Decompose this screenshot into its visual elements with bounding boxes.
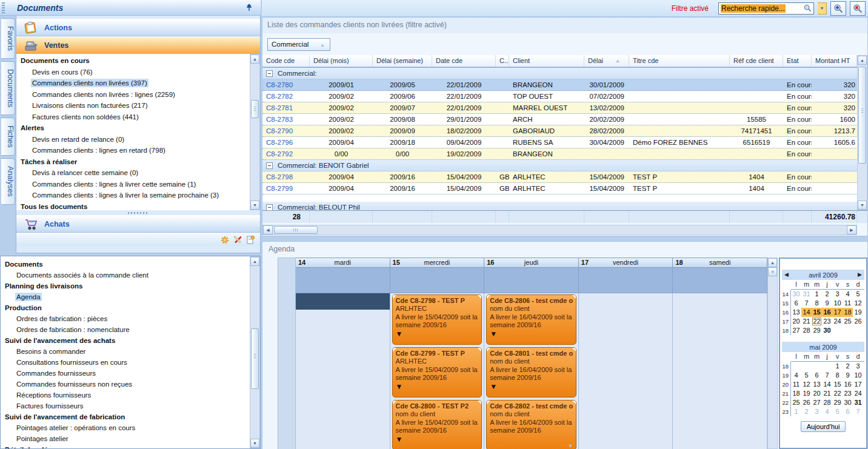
column-header[interactable]: Code cde [262, 55, 310, 67]
calendar-day[interactable]: 20 [791, 317, 801, 326]
calendar-day[interactable]: 11 [791, 380, 801, 389]
calendar-day[interactable]: 11 [843, 299, 853, 308]
calendar-day[interactable]: 22 [812, 317, 822, 326]
scroll-up-arrow[interactable]: ▲ [768, 258, 777, 267]
column-header[interactable]: Titre cde [629, 55, 730, 67]
calendar-day[interactable]: 27 [791, 326, 801, 335]
calendar-day[interactable] [801, 362, 812, 371]
day-header[interactable]: 14 mardi [296, 258, 390, 268]
day-header[interactable]: 17 vendredi [579, 258, 673, 268]
calendar-day[interactable]: 6 [791, 299, 801, 308]
collapse-group-icon[interactable] [266, 162, 273, 169]
agenda-event-card[interactable]: Cde C8-2798 - TEST P ARLHTEC A livrer le… [392, 294, 482, 345]
tree-item[interactable]: Détail des dépenses [1, 444, 260, 449]
calendar-day[interactable]: 18 [843, 308, 853, 317]
calendar-day[interactable]: 22 [832, 389, 843, 398]
calendar-day[interactable]: 1 [832, 362, 843, 371]
clear-search-button[interactable] [850, 1, 866, 16]
calendar-day[interactable]: 17 [853, 380, 863, 389]
calendar-day[interactable]: 4 [843, 290, 853, 299]
calendar-day[interactable]: 4 [791, 371, 801, 380]
calendar-day[interactable]: 14 [801, 308, 812, 317]
table-row[interactable]: C8-2798 2009/04 2009/16 15/04/2009 GB AR… [262, 171, 867, 183]
day-column-mercredi[interactable]: Cde C8-2798 - TEST P ARLHTEC A livrer le… [390, 293, 485, 449]
calendar-day[interactable]: 26 [853, 317, 863, 326]
settings-gear-icon[interactable] [220, 235, 230, 245]
tree-item[interactable]: Tâches à réaliser [16, 156, 260, 168]
calendar-day[interactable]: 25 [843, 317, 853, 326]
expand-view-button[interactable]: ≡ [768, 267, 777, 276]
table-row[interactable]: C8-2792 0/00 0/00 19/02/2009 BRANGEON En… [262, 148, 867, 160]
tree-item[interactable]: Production [1, 302, 260, 313]
group-ventes[interactable]: Ventes [16, 36, 260, 54]
calendar-day[interactable] [812, 362, 822, 371]
allday-cell[interactable] [484, 268, 579, 293]
calendar-day[interactable]: 9 [822, 299, 832, 308]
tree-item[interactable]: Documents [1, 259, 260, 270]
calendar-day[interactable]: 24 [853, 389, 863, 398]
calendar-day[interactable]: 23 [843, 389, 853, 398]
tree-item[interactable]: Commandes clients : lignes à livrer la s… [16, 190, 260, 201]
tree-item[interactable]: Ordres de fabrication : pièces [1, 313, 260, 324]
tab-documents[interactable]: Documents [1, 61, 15, 115]
day-column-vendredi[interactable] [579, 293, 673, 449]
column-header[interactable]: Délai (mois) [310, 55, 373, 67]
calendar-day[interactable]: 24 [832, 317, 843, 326]
calendar-day[interactable]: 30 [843, 398, 853, 407]
calendar-day[interactable]: 14 [822, 380, 832, 389]
calendar-day[interactable] [822, 362, 832, 371]
calendar-day[interactable]: 30 [791, 290, 801, 299]
calendar-day[interactable]: 21 [801, 317, 812, 326]
group-achats[interactable]: Achats [16, 215, 260, 233]
prev-month-arrow[interactable]: ◀ [784, 271, 789, 278]
tools-icon[interactable] [233, 235, 242, 245]
agenda-vertical-scrollbar[interactable]: ▲ ≡ [767, 258, 778, 449]
calendar-day[interactable] [832, 326, 843, 335]
group-row-partial[interactable]: Commercial: BELOUT Phil [262, 202, 867, 210]
calendar-day[interactable]: 13 [812, 380, 822, 389]
allday-cell[interactable] [296, 268, 390, 293]
tab-fiches[interactable]: Fiches [1, 118, 15, 156]
tree-item[interactable]: Documents associés à la commande client [1, 270, 260, 281]
table-row[interactable]: C8-2790 2009/02 2009/09 18/02/2009 GABOR… [262, 125, 867, 137]
calendar-day[interactable] [843, 326, 853, 335]
tree-item[interactable]: Devis en retard de relance (0) [16, 134, 260, 145]
day-column-jeudi[interactable]: Cde C8-2806 - test cmde of nom du client… [484, 293, 579, 449]
scroll-down-arrow[interactable]: ▼ [250, 439, 259, 448]
tree-item[interactable]: Factures fournisseurs [1, 401, 260, 411]
calendar-day[interactable]: 3 [853, 362, 863, 371]
scroll-down-arrow[interactable]: ▼ [250, 201, 259, 210]
tree-item[interactable]: Besoins à commander [1, 346, 260, 357]
calendar-day[interactable]: 1 [791, 407, 801, 416]
calendar-day[interactable]: 23 [822, 317, 832, 326]
agenda-event-card[interactable]: Cde C8-2801 - test cmde of nom du client… [486, 347, 576, 397]
tree-item[interactable]: Devis en cours (76) [16, 67, 260, 78]
next-month-arrow[interactable]: ▶ [858, 271, 862, 278]
collapse-group-icon[interactable] [266, 70, 273, 77]
tree-item[interactable]: Livraisons clients non facturées (217) [16, 100, 260, 111]
calendar-day[interactable]: 9 [843, 371, 853, 380]
day-header[interactable]: 18 samedi [673, 258, 767, 268]
tree-item[interactable]: Commandes clients non livrées (397) [16, 78, 260, 89]
calendar-day[interactable]: 19 [801, 389, 812, 398]
tree-item[interactable]: Commandes fournisseurs [1, 368, 260, 379]
calendar-day[interactable]: 19 [853, 308, 863, 317]
calendar-day[interactable]: 1 [812, 290, 822, 299]
calendar-day[interactable]: 7 [822, 371, 832, 380]
scroll-up-arrow[interactable]: ▲ [250, 257, 259, 266]
calendar-day[interactable]: 5 [853, 290, 863, 299]
tree-item[interactable]: Réceptions fournisseurs [1, 390, 260, 401]
agenda-event-card[interactable]: Cde C8-2806 - test cmde of nom du client… [486, 294, 576, 345]
day-header[interactable]: 16 jeudi [484, 258, 579, 268]
agenda-event-card[interactable]: Cde C8-2799 - TEST P ARLHTEC A livrer le… [392, 347, 482, 397]
table-row[interactable]: C8-2796 2009/04 2009/18 09/04/2009 RUBEN… [262, 137, 867, 148]
tree-item[interactable]: Documents en cours [16, 55, 260, 67]
scroll-up-arrow[interactable]: ▲ [858, 56, 867, 65]
tree-item[interactable]: Suivi de l'avancement des achats [1, 335, 260, 346]
tree-item[interactable]: Consultations fournisseurs en cours [1, 357, 260, 368]
tree-item[interactable]: Commandes fournisseurs non reçues [1, 379, 260, 390]
orders-vertical-scrollbar[interactable]: ▲ ▼ [857, 55, 867, 210]
calendar-day[interactable]: 5 [801, 371, 812, 380]
calendar-day[interactable]: 6 [812, 371, 822, 380]
calendar-day[interactable]: 2 [822, 290, 832, 299]
